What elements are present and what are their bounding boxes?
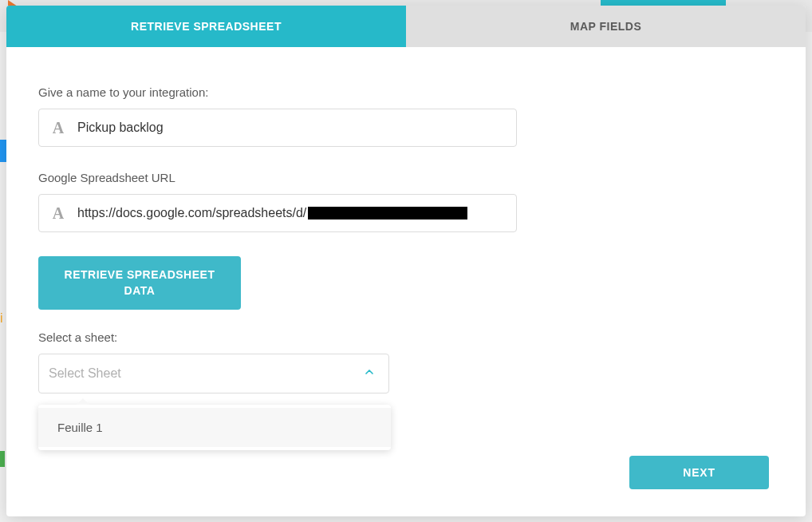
chevron-up-icon bbox=[363, 366, 376, 382]
integration-name-group: Give a name to your integration: A bbox=[38, 85, 774, 147]
sheet-select-placeholder: Select Sheet bbox=[49, 366, 121, 381]
next-button[interactable]: NEXT bbox=[629, 456, 769, 489]
spreadsheet-url-group: Google Spreadsheet URL A https://docs.go… bbox=[38, 171, 774, 232]
background-side-green bbox=[0, 451, 5, 467]
spreadsheet-url-input-wrapper[interactable]: A https://docs.google.com/spreadsheets/d… bbox=[38, 194, 517, 232]
select-sheet-group: Select a sheet: bbox=[38, 330, 774, 344]
integration-modal: RETRIEVE SPREADSHEET MAP FIELDS Give a n… bbox=[6, 6, 806, 516]
background-side-blue bbox=[0, 140, 6, 162]
font-icon: A bbox=[39, 204, 77, 223]
integration-name-input-wrapper[interactable]: A bbox=[38, 109, 517, 147]
sheet-select[interactable]: Select Sheet bbox=[38, 354, 389, 393]
integration-name-input[interactable] bbox=[77, 121, 516, 135]
tabs-container: RETRIEVE SPREADSHEET MAP FIELDS bbox=[6, 6, 806, 47]
redacted-url-part bbox=[308, 207, 467, 219]
spreadsheet-url-input[interactable]: https://docs.google.com/spreadsheets/d/ bbox=[77, 206, 516, 220]
sheet-select-wrapper: Select Sheet Feuille 1 bbox=[38, 354, 389, 393]
sheet-dropdown: Feuille 1 bbox=[38, 405, 391, 450]
background-top-button bbox=[601, 0, 726, 6]
tab-retrieve-spreadsheet[interactable]: RETRIEVE SPREADSHEET bbox=[6, 6, 406, 47]
modal-content: Give a name to your integration: A Googl… bbox=[6, 47, 806, 516]
integration-name-label: Give a name to your integration: bbox=[38, 85, 774, 99]
spreadsheet-url-label: Google Spreadsheet URL bbox=[38, 171, 774, 184]
tab-map-fields[interactable]: MAP FIELDS bbox=[406, 6, 806, 47]
font-icon: A bbox=[39, 119, 77, 137]
select-sheet-label: Select a sheet: bbox=[38, 330, 774, 344]
sheet-option[interactable]: Feuille 1 bbox=[38, 408, 391, 447]
retrieve-spreadsheet-button[interactable]: RETRIEVE SPREADSHEET DATA bbox=[38, 256, 241, 310]
spreadsheet-url-text: https://docs.google.com/spreadsheets/d/ bbox=[77, 206, 306, 220]
